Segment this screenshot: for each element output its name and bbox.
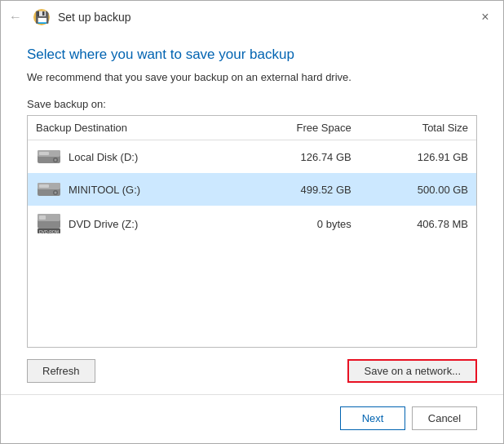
svg-text:💾: 💾 <box>35 11 50 24</box>
close-button[interactable]: × <box>475 7 495 27</box>
window-title: Set up backup <box>58 11 131 24</box>
svg-rect-4 <box>39 152 49 155</box>
total-size-value: 126.91 GB <box>360 140 476 174</box>
hdd-drive-icon: MINITOOL (G:) <box>36 178 228 201</box>
svg-rect-9 <box>39 184 49 188</box>
svg-point-6 <box>55 159 57 162</box>
page-title: Select where you want to save your backu… <box>27 47 477 63</box>
free-space-value: 499.52 GB <box>237 173 360 206</box>
action-buttons-row: Refresh Save on a network... <box>27 359 477 383</box>
recommendation-text: We recommend that you save your backup o… <box>27 71 477 83</box>
back-button[interactable]: ← <box>9 10 22 24</box>
dvd-icon: DVD-ROM <box>36 211 62 237</box>
backup-destinations-table: Backup Destination Free Space Total Size… <box>28 116 476 242</box>
svg-rect-14 <box>39 215 46 220</box>
free-space-value: 126.74 GB <box>237 140 360 174</box>
content-area: Select where you want to save your backu… <box>1 32 503 394</box>
col-free-space: Free Space <box>237 116 360 140</box>
title-bar-left: ← 💾 Set up backup <box>9 7 131 27</box>
title-bar: ← 💾 Set up backup × <box>1 1 503 32</box>
free-space-value: 0 bytes <box>237 206 360 242</box>
col-destination: Backup Destination <box>28 116 237 140</box>
total-size-value: 500.00 GB <box>360 173 476 206</box>
total-size-value: 406.78 MB <box>360 206 476 242</box>
save-on-network-button[interactable]: Save on a network... <box>347 359 477 383</box>
backup-icon: 💾 <box>32 7 51 27</box>
setup-backup-window: ← 💾 Set up backup × Select where you wan… <box>0 0 504 444</box>
refresh-button[interactable]: Refresh <box>27 359 95 383</box>
cancel-button[interactable]: Cancel <box>412 406 477 430</box>
next-button[interactable]: Next <box>340 406 405 430</box>
col-total-size: Total Size <box>360 116 476 140</box>
table-row[interactable]: Local Disk (D:)126.74 GB126.91 GB <box>28 140 476 174</box>
drive-name: Local Disk (D:) <box>69 151 138 163</box>
table-body: Local Disk (D:)126.74 GB126.91 GB MINITO… <box>28 140 476 242</box>
table-row[interactable]: DVD-ROM DVD Drive (Z:)0 bytes406.78 MB <box>28 206 476 242</box>
drive-name: DVD Drive (Z:) <box>69 218 138 230</box>
save-backup-label: Save backup on: <box>27 98 477 110</box>
hdd-icon <box>36 178 62 201</box>
hdd-icon <box>36 145 62 168</box>
table-row[interactable]: MINITOOL (G:)499.52 GB500.00 GB <box>28 173 476 206</box>
svg-point-11 <box>55 192 57 194</box>
drive-name: MINITOOL (G:) <box>69 184 140 196</box>
dvd-drive-icon: DVD-ROM DVD Drive (Z:) <box>36 211 228 237</box>
footer: Next Cancel <box>1 394 503 443</box>
table-header-row: Backup Destination Free Space Total Size <box>28 116 476 140</box>
backup-destinations-table-container: Backup Destination Free Space Total Size… <box>27 115 477 348</box>
hdd-drive-icon: Local Disk (D:) <box>36 145 228 168</box>
svg-text:DVD-ROM: DVD-ROM <box>39 229 59 234</box>
